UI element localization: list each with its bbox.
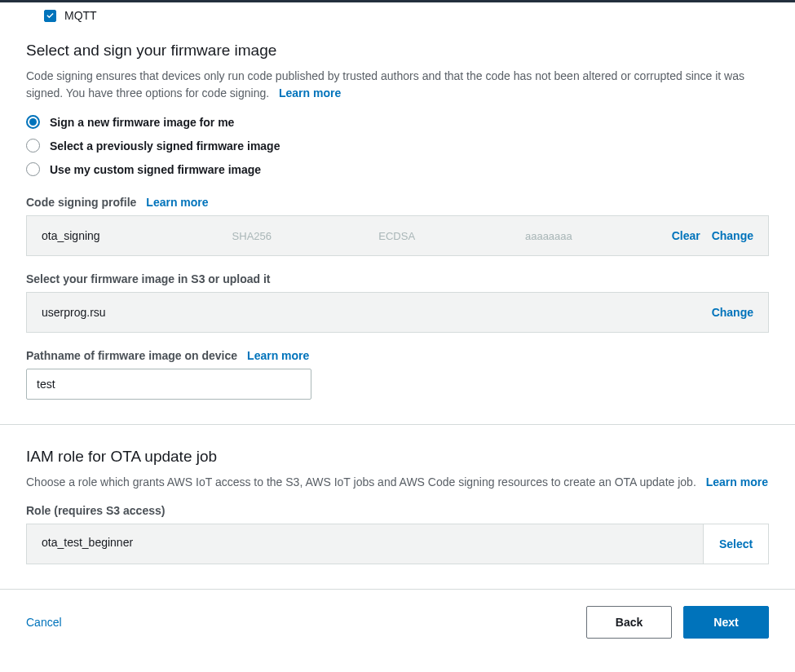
pathname-learn-more-link[interactable]: Learn more xyxy=(247,349,309,362)
section-desc-iam: Choose a role which grants AWS IoT acces… xyxy=(26,474,769,491)
section-desc-firmware: Code signing ensures that devices only r… xyxy=(26,68,769,102)
next-button[interactable]: Next xyxy=(683,606,769,639)
radio-label: Sign a new firmware image for me xyxy=(50,116,234,129)
radio-label: Use my custom signed firmware image xyxy=(50,163,261,176)
radio-icon xyxy=(26,115,40,129)
pathname-label: Pathname of firmware image on device xyxy=(26,349,237,362)
pathname-group: Pathname of firmware image on device Lea… xyxy=(26,349,769,400)
signing-radio-group: Sign a new firmware image for me Select … xyxy=(26,115,769,176)
section-divider xyxy=(0,424,795,425)
mqtt-label: MQTT xyxy=(64,9,97,22)
radio-icon xyxy=(26,162,40,176)
learn-more-link[interactable]: Learn more xyxy=(279,86,341,99)
profile-learn-more-link[interactable]: Learn more xyxy=(146,196,208,209)
radio-sign-new[interactable]: Sign a new firmware image for me xyxy=(26,115,769,129)
profile-algo: ECDSA xyxy=(378,230,525,242)
checkbox-icon xyxy=(44,10,56,22)
profile-label: Code signing profile xyxy=(26,196,136,209)
role-name: ota_test_beginner xyxy=(27,524,703,564)
code-signing-profile-group: Code signing profile Learn more ota_sign… xyxy=(26,196,769,256)
profile-change-button[interactable]: Change xyxy=(712,229,753,242)
section-desc-text: Code signing ensures that devices only r… xyxy=(26,69,744,99)
footer: Cancel Back Next xyxy=(0,589,795,661)
pathname-label-row: Pathname of firmware image on device Lea… xyxy=(26,349,769,362)
iam-desc-text: Choose a role which grants AWS IoT acces… xyxy=(26,475,696,489)
s3-image-row: userprog.rsu Change xyxy=(26,292,769,333)
profile-hash: SHA256 xyxy=(232,230,379,242)
role-group: Role (requires S3 access) ota_test_begin… xyxy=(26,504,769,564)
cancel-button[interactable]: Cancel xyxy=(26,616,62,629)
s3-image-value: userprog.rsu xyxy=(42,306,712,319)
back-button[interactable]: Back xyxy=(586,606,672,639)
profile-name: ota_signing xyxy=(42,229,232,242)
s3-image-label: Select your firmware image in S3 or uplo… xyxy=(26,272,271,285)
role-label: Role (requires S3 access) xyxy=(26,504,165,517)
role-label-row: Role (requires S3 access) xyxy=(26,504,769,517)
role-select-button[interactable]: Select xyxy=(703,524,768,564)
radio-icon xyxy=(26,139,40,153)
profile-extra: aaaaaaaa xyxy=(525,230,672,242)
radio-custom-signed[interactable]: Use my custom signed firmware image xyxy=(26,162,769,176)
s3-image-label-row: Select your firmware image in S3 or uplo… xyxy=(26,272,769,285)
profile-label-row: Code signing profile Learn more xyxy=(26,196,769,209)
role-row: ota_test_beginner Select xyxy=(26,524,769,564)
mqtt-option[interactable]: MQTT xyxy=(26,2,769,22)
radio-label: Select a previously signed firmware imag… xyxy=(50,139,280,153)
pathname-input[interactable] xyxy=(26,369,311,400)
s3-image-change-button[interactable]: Change xyxy=(712,306,753,319)
section-title-iam: IAM role for OTA update job xyxy=(26,448,769,466)
s3-image-group: Select your firmware image in S3 or uplo… xyxy=(26,272,769,333)
iam-learn-more-link[interactable]: Learn more xyxy=(706,475,768,489)
section-title-firmware: Select and sign your firmware image xyxy=(26,42,769,60)
profile-row: ota_signing SHA256 ECDSA aaaaaaaa Clear … xyxy=(26,215,769,256)
radio-select-previous[interactable]: Select a previously signed firmware imag… xyxy=(26,139,769,153)
profile-clear-button[interactable]: Clear xyxy=(672,229,700,242)
